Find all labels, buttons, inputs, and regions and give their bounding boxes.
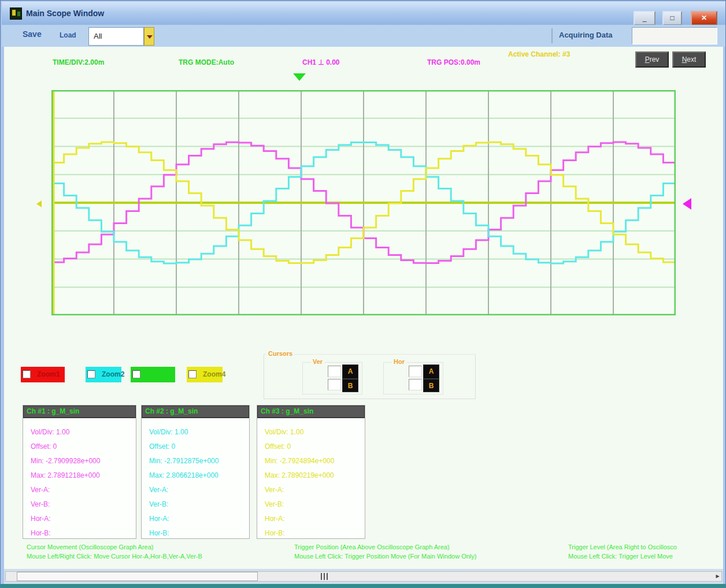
ch1-ver-b: Ver-B: bbox=[31, 497, 136, 512]
ch1-max: Max: 2.7891218e+000 bbox=[31, 468, 136, 483]
zoom4-checkbox-group[interactable]: Zoom4 bbox=[187, 367, 223, 382]
title-bar[interactable]: Main Scope Window _ □ ✕ bbox=[2, 2, 725, 25]
cursor-left-marker[interactable] bbox=[36, 200, 42, 207]
scrollbar-grip[interactable] bbox=[321, 573, 329, 580]
help-desc: Mouse Left/Right Click: Move Cursor Hor-… bbox=[27, 552, 281, 561]
ch1-hor-b: Hor-B: bbox=[31, 526, 136, 541]
ver-ab-buttons[interactable]: A B bbox=[342, 364, 358, 392]
ch1-offset: Offset: 0 bbox=[31, 440, 136, 454]
channel-2-header: Ch #2 : g_M_sin bbox=[142, 405, 249, 418]
ch3-voldiv: Vol/Div: 1.00 bbox=[265, 425, 365, 440]
zoom4-checkbox[interactable] bbox=[188, 370, 197, 378]
window-title: Main Scope Window bbox=[26, 9, 104, 18]
help-desc: Mouse Left Click: Trigger Level Move bbox=[568, 552, 722, 561]
active-channel-readout: Active Channel: #3 bbox=[508, 50, 570, 58]
ch2-max: Max: 2.8066218e+000 bbox=[149, 468, 249, 483]
trigger-level-marker[interactable] bbox=[683, 198, 691, 210]
ver-a-button[interactable]: A bbox=[343, 365, 358, 378]
help-note-trigger-level: Trigger Level (Area Right to Oscillosco … bbox=[568, 542, 722, 561]
close-button[interactable]: ✕ bbox=[691, 11, 717, 25]
hor-a-field[interactable] bbox=[409, 366, 422, 377]
ch2-offset: Offset: 0 bbox=[149, 440, 249, 454]
ch3-hor-b: Hor-B: bbox=[265, 526, 365, 541]
ch2-hor-b: Hor-B: bbox=[149, 526, 249, 541]
help-title: Trigger Position (Area Above Oscilloscop… bbox=[294, 542, 557, 552]
acquiring-data-label: Acquiring Data bbox=[559, 31, 612, 39]
main-scope-window: Main Scope Window _ □ ✕ Save Load All Ac… bbox=[0, 0, 726, 588]
hor-b-button[interactable]: B bbox=[424, 379, 439, 393]
ch3-ver-a: Ver-A: bbox=[265, 483, 365, 497]
ch2-min: Min: -2.7912875e+000 bbox=[149, 454, 249, 468]
zoom2-checkbox[interactable] bbox=[87, 370, 95, 378]
load-button[interactable]: Load bbox=[60, 31, 76, 39]
ch1-ver-a: Ver-A: bbox=[31, 483, 136, 497]
acquisition-status-field bbox=[632, 27, 717, 44]
zoom2-label: Zoom2 bbox=[102, 370, 124, 378]
channel-2-panel: Ch #2 : g_M_sin Vol/Div: 1.00 Offset: 0 … bbox=[141, 405, 250, 539]
hor-b-field[interactable] bbox=[409, 379, 422, 390]
zoom2-checkbox-group[interactable]: Zoom2 bbox=[86, 367, 121, 382]
hor-ab-buttons[interactable]: A B bbox=[423, 364, 439, 392]
ch2-ver-b: Ver-B: bbox=[149, 497, 249, 512]
scope-plot[interactable] bbox=[51, 90, 676, 315]
channel-3-panel: Ch #3 : g_M_sin Vol/Div: 1.00 Offset: 0 … bbox=[257, 405, 365, 539]
combobox-dropdown-button[interactable] bbox=[144, 27, 154, 46]
ch3-hor-a: Hor-A: bbox=[265, 512, 365, 526]
ch1-min: Min: -2.7909928e+000 bbox=[31, 454, 136, 468]
help-note-cursor-movement: Cursor Movement (Oscilloscope Graph Area… bbox=[27, 542, 281, 561]
zoom4-label: Zoom4 bbox=[203, 370, 225, 378]
prev-button[interactable]: Prev bbox=[635, 51, 669, 68]
trg-mode-readout: TRG MODE:Auto bbox=[179, 58, 234, 66]
ch2-ver-a: Ver-A: bbox=[149, 483, 249, 497]
ver-a-field[interactable] bbox=[328, 366, 341, 377]
channel-select-combobox[interactable]: All bbox=[88, 27, 144, 46]
ch2-voldiv: Vol/Div: 1.00 bbox=[149, 425, 249, 440]
zoom1-checkbox[interactable] bbox=[23, 370, 31, 378]
trigger-position-marker[interactable] bbox=[293, 73, 306, 81]
ch3-offset: Offset: 0 bbox=[265, 440, 365, 454]
ch2-hor-a: Hor-A: bbox=[149, 512, 249, 526]
channel-1-panel: Ch #1 : g_M_sin Vol/Div: 1.00 Offset: 0 … bbox=[23, 405, 136, 539]
minimize-button[interactable]: _ bbox=[634, 11, 655, 25]
ver-b-button[interactable]: B bbox=[343, 379, 358, 393]
ch3-max: Max: 2.7890219e+000 bbox=[265, 468, 365, 483]
scrollbar-thumb[interactable] bbox=[17, 572, 258, 581]
ver-label: Ver bbox=[311, 358, 324, 365]
ch1-hor-a: Hor-A: bbox=[31, 512, 136, 526]
zoom1-checkbox-group[interactable]: Zoom1 bbox=[21, 367, 65, 382]
toolbar-separator bbox=[551, 28, 553, 43]
ch3-min: Min: -2.7924894e+000 bbox=[265, 454, 365, 468]
cursors-title: Cursors bbox=[266, 350, 294, 357]
cursors-groupbox bbox=[264, 354, 476, 399]
zoom3-checkbox[interactable] bbox=[132, 370, 140, 378]
help-title: Cursor Movement (Oscilloscope Graph Area… bbox=[27, 542, 281, 552]
help-desc: Mouse Left Click: Trigger Position Move … bbox=[294, 552, 557, 561]
zoom1-label: Zoom1 bbox=[37, 370, 60, 378]
zoom3-checkbox-group[interactable]: Zoom3 bbox=[131, 367, 175, 382]
maximize-button[interactable]: □ bbox=[662, 11, 682, 25]
help-note-trigger-position: Trigger Position (Area Above Oscilloscop… bbox=[294, 542, 557, 561]
hor-label: Hor bbox=[392, 358, 406, 365]
trg-pos-readout: TRG POS:0.00m bbox=[427, 58, 480, 66]
zoom3-label: Zoom3 bbox=[147, 370, 169, 378]
help-title: Trigger Level (Area Right to Oscillosco bbox=[568, 542, 722, 552]
window-bottom-edge bbox=[1, 584, 726, 588]
next-button[interactable]: Next bbox=[672, 51, 706, 68]
ch3-ver-b: Ver-B: bbox=[265, 497, 365, 512]
time-div-readout: TIME/DIV:2.00m bbox=[53, 58, 104, 66]
save-button[interactable]: Save bbox=[23, 29, 42, 39]
channel-3-header: Ch #3 : g_M_sin bbox=[257, 405, 365, 418]
app-icon bbox=[10, 8, 22, 20]
ver-b-field[interactable] bbox=[328, 379, 341, 390]
ch1-voldiv: Vol/Div: 1.00 bbox=[31, 425, 136, 440]
trigger-level-readout: CH1 ⊥ 0.00 bbox=[302, 58, 339, 66]
scroll-right-arrow[interactable]: ▶ bbox=[714, 572, 721, 580]
hor-a-button[interactable]: A bbox=[424, 365, 439, 378]
channel-1-header: Ch #1 : g_M_sin bbox=[23, 405, 136, 418]
